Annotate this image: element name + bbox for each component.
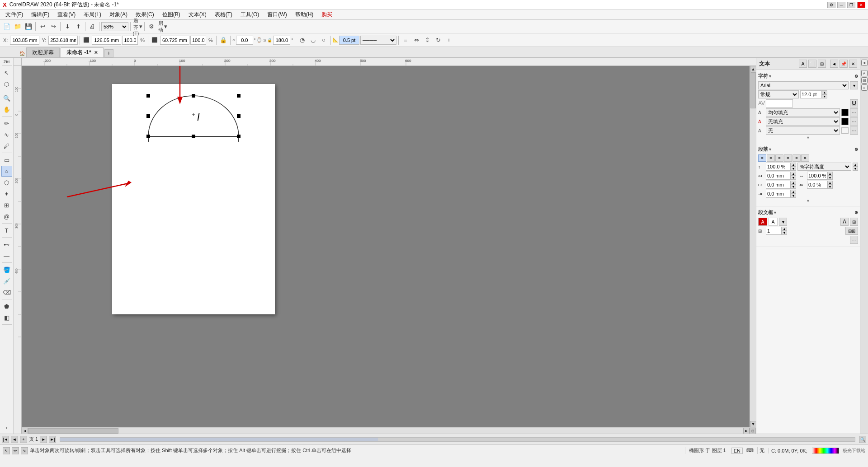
to-pie-button[interactable]: ◔: [297, 35, 307, 45]
frame-link-button[interactable]: ⊞: [850, 218, 858, 226]
font-dropdown-button[interactable]: ▾: [850, 81, 858, 89]
menu-buy[interactable]: 购买: [318, 10, 336, 19]
handle-bl[interactable]: [146, 135, 150, 138]
frame-count-input[interactable]: [766, 227, 782, 235]
indent-left-input[interactable]: [766, 172, 791, 180]
menu-window[interactable]: 窗口(W): [264, 10, 290, 19]
import-button[interactable]: ⬇: [62, 22, 72, 32]
frame-layout-button[interactable]: ⊞⊞: [845, 227, 858, 235]
scroll-up-button[interactable]: ▲: [750, 66, 756, 72]
il-up[interactable]: ▲: [791, 172, 796, 176]
handle-tr[interactable]: [237, 94, 241, 98]
bezier-status-button[interactable]: ∿: [21, 447, 28, 454]
align-justify-button[interactable]: ≡: [784, 154, 792, 162]
scroll-down-button[interactable]: ▼: [750, 421, 756, 427]
pen-tool[interactable]: 🖊: [1, 140, 12, 151]
mirror-v-button[interactable]: ⇕: [422, 35, 432, 45]
scroll-left-button[interactable]: ◄: [22, 428, 28, 434]
menu-edit[interactable]: 编辑(E): [28, 10, 53, 19]
freehand-status-button[interactable]: ✏: [12, 447, 19, 454]
bezier-tool[interactable]: ∿: [1, 129, 12, 140]
lsu-down[interactable]: ▼: [853, 167, 858, 171]
interactive-tool[interactable]: ⬟: [1, 301, 12, 312]
pan-tool[interactable]: ✋: [1, 104, 12, 115]
font-size-down[interactable]: ▼: [822, 94, 827, 98]
prev-page-button[interactable]: ◄: [11, 436, 18, 443]
menu-table[interactable]: 表格(T): [211, 10, 236, 19]
menu-bitmap[interactable]: 位图(B): [159, 10, 184, 19]
add-page-button[interactable]: +: [20, 436, 27, 443]
select-tool[interactable]: ↖: [1, 67, 12, 78]
paragraph-section-header[interactable]: 段落 ▼ ⚙: [758, 145, 858, 154]
far-btn3[interactable]: ≡: [861, 84, 868, 91]
w-pct-input[interactable]: [122, 36, 138, 45]
handle-mr[interactable]: [237, 114, 241, 118]
add-tool-button[interactable]: +: [1, 423, 12, 434]
far-collapse-button[interactable]: ◄: [861, 60, 868, 66]
outline-style-combo[interactable]: ────: [360, 36, 396, 45]
angle1-input[interactable]: [236, 36, 253, 45]
color-picker-strip[interactable]: [812, 448, 839, 454]
x-input[interactable]: [10, 36, 39, 45]
ellipse-tool[interactable]: ○: [1, 166, 12, 177]
fc-up[interactable]: ▲: [782, 227, 787, 231]
char-color-box[interactable]: [841, 127, 849, 134]
frame-bg-button[interactable]: A: [758, 218, 767, 226]
settings-tool-button[interactable]: ⚙: [146, 22, 156, 32]
ir-up[interactable]: ▲: [791, 181, 796, 185]
export-button[interactable]: ⬆: [73, 22, 83, 32]
panel-close-button[interactable]: ✕: [849, 60, 857, 68]
stroke-color-box[interactable]: [841, 118, 849, 125]
scroll-thumb[interactable]: [28, 428, 118, 434]
scroll-corner[interactable]: ⊞: [750, 428, 756, 434]
font-name-combo[interactable]: Arial: [758, 81, 849, 89]
settings-button[interactable]: ⚙: [827, 2, 835, 8]
minimize-button[interactable]: ─: [837, 2, 845, 8]
panel-text-button[interactable]: A: [799, 60, 807, 68]
align-no-button[interactable]: ✕: [801, 154, 809, 162]
lang-indicator[interactable]: EN: [731, 448, 743, 454]
h-pct-input[interactable]: [190, 36, 206, 45]
hscroll-inner[interactable]: [60, 438, 378, 441]
lsu-up[interactable]: ▲: [853, 163, 858, 167]
add-button[interactable]: +: [444, 35, 454, 45]
fi-down[interactable]: ▼: [791, 194, 796, 198]
frame-stroke-button[interactable]: A: [769, 218, 778, 226]
angle2-input[interactable]: [273, 36, 290, 45]
zoom-tool[interactable]: 🔍: [1, 93, 12, 103]
align-center-button[interactable]: ≡: [767, 154, 775, 162]
outline-size-input[interactable]: [339, 36, 359, 45]
shape-group[interactable]: [142, 88, 245, 142]
ws-down[interactable]: ▼: [827, 176, 833, 180]
snap-button[interactable]: 贴齐(T)▾: [132, 22, 142, 32]
handle-br[interactable]: [237, 135, 241, 138]
char-options-icon[interactable]: ⚙: [854, 74, 858, 79]
textframe-section-header[interactable]: 段文框 ▼ ⚙: [758, 208, 858, 217]
restore-button[interactable]: ❐: [847, 2, 855, 8]
fill-tool[interactable]: 🪣: [1, 264, 12, 275]
text-tool[interactable]: T: [1, 225, 12, 236]
char-expand-arrow[interactable]: ▼: [806, 135, 810, 140]
table-tool[interactable]: ⊞: [1, 200, 12, 210]
scroll-right-button[interactable]: ►: [743, 428, 750, 434]
handle-tc[interactable]: [192, 94, 195, 98]
w-input[interactable]: [92, 36, 121, 45]
tab-welcome[interactable]: 欢迎屏幕: [26, 47, 60, 57]
tab-close-icon[interactable]: ✕: [94, 50, 98, 55]
panel-pin-button[interactable]: 📌: [840, 60, 848, 68]
connector-tool[interactable]: —: [1, 250, 12, 261]
fi-up[interactable]: ▲: [791, 190, 796, 194]
ir-down[interactable]: ▼: [791, 185, 796, 189]
font-kerning-input[interactable]: [766, 99, 793, 107]
indent-right-input[interactable]: [766, 181, 791, 189]
font-style-combo[interactable]: 常规 Bold Italic: [758, 90, 799, 98]
menu-tools[interactable]: 工具(O): [237, 10, 263, 19]
menu-text[interactable]: 文本(X): [185, 10, 210, 19]
char-offset-combo[interactable]: 无: [766, 126, 840, 135]
start-button[interactable]: 启动▾: [157, 22, 167, 32]
fc-down[interactable]: ▼: [782, 231, 787, 235]
spiral-tool[interactable]: @: [1, 211, 12, 222]
first-page-button[interactable]: |◄: [2, 436, 9, 443]
refresh-button[interactable]: ↻: [433, 35, 443, 45]
vscroll-thumb[interactable]: [750, 72, 756, 108]
